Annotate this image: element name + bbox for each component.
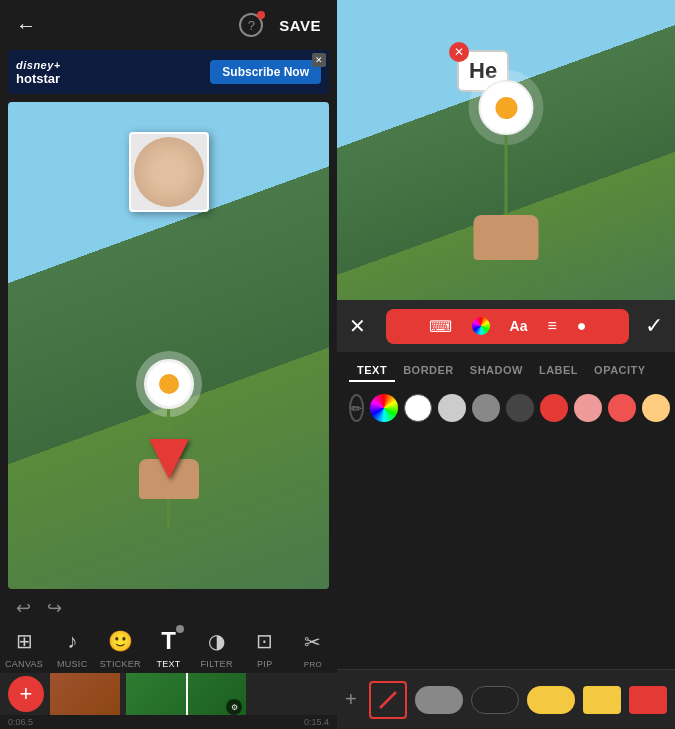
color-palette: ✏ (337, 386, 675, 430)
pip-label: PIP (257, 659, 272, 669)
text-tool[interactable]: T TEXT (144, 627, 192, 669)
close-text-button[interactable]: ✕ (349, 314, 366, 338)
salmon-swatch[interactable] (574, 394, 602, 422)
ad-logo: disney+ hotstar (16, 59, 61, 86)
shape-rect-yellow[interactable] (583, 686, 621, 714)
pip-icon: ⊡ (251, 627, 279, 655)
shapes-bar: + (337, 669, 675, 729)
text-active-dot (176, 625, 184, 633)
text-icon: T (154, 627, 182, 655)
confirm-text-button[interactable]: ✓ (645, 313, 663, 339)
style-button[interactable]: ● (577, 317, 587, 335)
shapes-add-button[interactable]: + (345, 688, 357, 711)
arrow-indicator (149, 439, 189, 479)
tab-text[interactable]: TEXT (349, 360, 395, 382)
sticker-delete-button[interactable]: ✕ (449, 42, 469, 62)
disney-plus-text: disney+ (16, 59, 61, 71)
palette-edit-button[interactable]: ✏ (349, 394, 364, 422)
header-right: ? SAVE (239, 13, 321, 37)
color-wheel-button[interactable] (472, 317, 490, 335)
filter-tool[interactable]: ◑ FILTER (193, 627, 241, 669)
video-preview (8, 102, 329, 589)
keyboard-tool-button[interactable]: ⌨ (429, 317, 452, 336)
help-notification-dot (257, 11, 265, 19)
ad-banner: disney+ hotstar Subscribe Now ✕ (8, 50, 329, 94)
filter-label: FILTER (201, 659, 233, 669)
canvas-label: CANVAS (5, 659, 43, 669)
clip-item-2[interactable]: ⚙ (126, 673, 246, 715)
music-label: MUSIC (57, 659, 88, 669)
color-scroll-area (337, 430, 675, 669)
red-arrow-icon (149, 439, 189, 479)
sticker-label: STICKER (100, 659, 141, 669)
clip-item-1[interactable] (50, 673, 120, 715)
pro-label: PRO (304, 660, 322, 669)
shape-pill-dark[interactable] (471, 686, 519, 714)
video-background (8, 102, 329, 589)
help-button[interactable]: ? (239, 13, 263, 37)
clip-settings-icon: ⚙ (226, 699, 242, 715)
timestamp-end: 0:15.4 (304, 717, 329, 727)
shape-pill-white[interactable] (415, 686, 463, 714)
flower-center (159, 374, 179, 394)
canvas-icon: ⊞ (10, 627, 38, 655)
timeline-timestamps: 0:06.5 0:15.4 (0, 715, 337, 729)
lightgray-swatch[interactable] (438, 394, 466, 422)
none-shape-icon (376, 688, 400, 712)
music-icon: ♪ (58, 627, 86, 655)
darkgray-swatch[interactable] (506, 394, 534, 422)
text-options-tabs: TEXT BORDER SHADOW LABEL OPACITY (337, 352, 675, 386)
delete-icon: ✕ (454, 45, 464, 59)
shape-pill-yellow[interactable] (527, 686, 575, 714)
photo-sticker (129, 132, 209, 212)
right-flower-stem (505, 135, 508, 215)
subscribe-button[interactable]: Subscribe Now (210, 60, 321, 84)
add-clip-button[interactable]: + (8, 676, 44, 712)
left-header: ← ? SAVE (0, 0, 337, 50)
bottom-toolbar: ↩ ↪ ⊞ CANVAS ♪ MUSIC 🙂 STICKER T (0, 589, 337, 729)
tab-label[interactable]: LABEL (531, 360, 586, 382)
text-tools-group: ⌨ Aa ≡ ● (386, 309, 629, 344)
right-flower-element (474, 80, 539, 260)
hotstar-text: hotstar (16, 71, 60, 86)
timeline: + ⚙ (0, 673, 337, 715)
white-swatch[interactable] (404, 394, 432, 422)
pro-tool[interactable]: ✂ PRO (289, 628, 337, 669)
sticker-icon: 🙂 (106, 627, 134, 655)
shape-rect-red[interactable] (629, 686, 667, 714)
text-label: TEXT (156, 659, 180, 669)
coral-swatch[interactable] (608, 394, 636, 422)
rainbow-swatch[interactable] (370, 394, 398, 422)
sticker-tool[interactable]: 🙂 STICKER (96, 627, 144, 669)
filter-icon: ◑ (203, 627, 231, 655)
tab-opacity[interactable]: OPACITY (586, 360, 654, 382)
redo-button[interactable]: ↪ (47, 597, 62, 619)
peach-swatch[interactable] (642, 394, 670, 422)
red-swatch[interactable] (540, 394, 568, 422)
gray-swatch[interactable] (472, 394, 500, 422)
flower-head (144, 359, 194, 409)
right-flower-center (495, 97, 517, 119)
back-button[interactable]: ← (16, 14, 36, 37)
align-button[interactable]: ≡ (547, 317, 556, 335)
music-tool[interactable]: ♪ MUSIC (48, 627, 96, 669)
undo-redo-row: ↩ ↪ (0, 589, 337, 623)
tab-border[interactable]: BORDER (395, 360, 462, 382)
pip-tool[interactable]: ⊡ PIP (241, 627, 289, 669)
canvas-tool[interactable]: ⊞ CANVAS (0, 627, 48, 669)
save-button[interactable]: SAVE (279, 17, 321, 34)
svg-line-0 (380, 692, 396, 708)
scissors-icon: ✂ (299, 628, 327, 656)
font-button[interactable]: Aa (510, 318, 528, 334)
photo-card-inner (134, 137, 204, 207)
shape-none[interactable] (369, 681, 407, 719)
undo-button[interactable]: ↩ (16, 597, 31, 619)
tools-row: ⊞ CANVAS ♪ MUSIC 🙂 STICKER T TEXT (0, 623, 337, 673)
text-edit-toolbar: ✕ ⌨ Aa ≡ ● ✓ (337, 300, 675, 352)
right-panel: ✕ He ↻ ✕ ⌨ Aa ≡ ● ✓ (337, 0, 675, 729)
tab-shadow[interactable]: SHADOW (462, 360, 531, 382)
ad-close-button[interactable]: ✕ (312, 53, 326, 67)
close-icon: ✕ (315, 56, 323, 65)
right-flower-head (479, 80, 534, 135)
right-hand-element (474, 215, 539, 260)
